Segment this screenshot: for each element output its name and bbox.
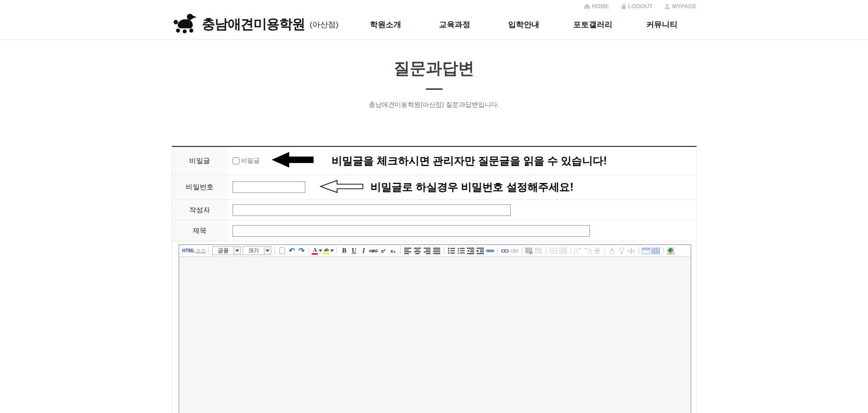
insert-column-right-button[interactable]	[583, 246, 592, 256]
password-row-label: 비밀번호	[172, 175, 227, 199]
image-tree-icon	[667, 247, 675, 255]
indent-button[interactable]	[476, 246, 485, 256]
superscript-button[interactable]: x²	[379, 246, 388, 256]
insert-image-button[interactable]	[666, 246, 675, 256]
delete-column-button[interactable]	[593, 246, 602, 256]
outline-left-arrow-icon	[320, 179, 363, 196]
edit-table-button[interactable]	[525, 246, 534, 256]
align-justify-button[interactable]	[432, 246, 441, 256]
site-logo[interactable]: 충남애견미용학원 (아산점)	[172, 12, 338, 36]
text-color-icon: A	[312, 247, 318, 255]
toolbar-separator	[605, 247, 605, 254]
toolbar-separator	[571, 247, 571, 254]
insert-column-left-button[interactable]	[574, 246, 583, 256]
new-document-button[interactable]	[278, 246, 286, 256]
horizontal-rule-icon	[486, 250, 494, 252]
align-left-button[interactable]	[403, 246, 412, 256]
mypage-link[interactable]: MYPAGE	[664, 3, 696, 10]
font-size-select[interactable]: 크기	[243, 246, 271, 255]
undo-button[interactable]: ↶	[287, 246, 296, 256]
outdent-icon	[467, 248, 474, 254]
undo-icon: ↶	[289, 247, 295, 255]
toolbar-separator	[522, 247, 522, 254]
site-header: 충남애견미용학원 (아산점) 학원소개 교육과정 입학안내 포토갤러리 커뮤니티	[172, 10, 697, 39]
home-link[interactable]: HOME	[584, 3, 609, 10]
link-icon	[501, 249, 509, 253]
nav-item-photo-gallery[interactable]: 포토갤러리	[559, 19, 628, 30]
table-grid-icon	[652, 248, 660, 254]
remove-link-button[interactable]	[510, 246, 519, 256]
ordered-list-button[interactable]	[447, 246, 456, 256]
html-source-button[interactable]: HTML 소스	[182, 246, 206, 256]
merge-cells-icon	[550, 248, 557, 254]
toolbar-separator	[274, 247, 275, 254]
logout-link[interactable]: LOGOUT	[621, 3, 652, 10]
editor-content-area[interactable]	[179, 257, 691, 413]
nav-item-curriculum[interactable]: 교육과정	[420, 19, 489, 30]
align-justify-icon	[433, 248, 440, 254]
password-input[interactable]	[233, 181, 305, 193]
title-row-label: 제목	[172, 221, 227, 241]
merge-cells-button[interactable]	[549, 246, 558, 256]
bold-button[interactable]: B	[340, 246, 349, 256]
bullet-list-button[interactable]	[457, 246, 466, 256]
insert-table-button[interactable]	[642, 246, 651, 256]
writer-row-content	[227, 204, 696, 216]
toolbar-separator	[546, 247, 547, 254]
insert-link-button[interactable]	[501, 246, 509, 256]
font-family-select[interactable]: 글꼴	[212, 246, 241, 255]
align-right-button[interactable]	[423, 246, 431, 256]
html-source-button-text-label: 소스	[196, 247, 206, 254]
nav-item-community[interactable]: 커뮤니티	[628, 19, 697, 30]
redo-button[interactable]: ↷	[297, 246, 306, 256]
title-input[interactable]	[233, 225, 590, 237]
bullet-list-icon	[458, 248, 465, 254]
nav-item-academy-intro[interactable]: 학원소개	[351, 19, 420, 30]
writer-input[interactable]	[233, 204, 511, 216]
text-color-button[interactable]: A	[312, 246, 322, 256]
align-center-icon	[414, 248, 421, 254]
italic-button[interactable]: I	[359, 246, 368, 256]
subscript-button[interactable]: x₂	[389, 246, 397, 256]
lock-icon	[621, 4, 626, 9]
qa-write-form: 비밀글 비밀글 비밀글을 체크하시면 관리자만 질문글을 읽을 수 있습니다! …	[172, 146, 697, 413]
align-center-button[interactable]	[413, 246, 422, 256]
writer-row: 작성자	[172, 200, 696, 221]
toolbar-separator	[639, 247, 639, 254]
title-row: 제목	[172, 221, 696, 241]
split-cells-button[interactable]	[559, 246, 568, 256]
secret-row: 비밀글 비밀글 비밀글을 체크하시면 관리자만 질문글을 읽을 수 있습니다!	[172, 147, 696, 175]
insert-row-above-button[interactable]	[608, 246, 617, 256]
insert-row-below-button[interactable]	[618, 246, 626, 256]
horizontal-rule-button[interactable]	[486, 246, 495, 256]
font-family-select-label: 글꼴	[212, 246, 234, 255]
chevron-down-icon	[330, 250, 334, 252]
toolbar-separator	[663, 247, 664, 254]
insert-column-left-icon	[574, 248, 582, 254]
delete-row-icon	[628, 248, 635, 254]
secret-note-text: 비밀글을 체크하시면 관리자만 질문글을 읽을 수 있습니다!	[332, 154, 607, 168]
underline-button[interactable]: U	[350, 246, 358, 256]
editor-toolbar: HTML 소스 글꼴 크기 ↶ ↷	[179, 245, 691, 257]
insert-row-below-icon	[618, 248, 625, 254]
highlight-color-button[interactable]: ab	[323, 246, 334, 256]
table-properties-button[interactable]	[652, 246, 660, 256]
wysiwyg-editor: HTML 소스 글꼴 크기 ↶ ↷	[179, 244, 691, 413]
indent-icon	[477, 248, 484, 254]
unlink-icon	[511, 249, 518, 253]
outdent-button[interactable]	[466, 246, 475, 256]
chevron-down-icon	[319, 250, 322, 252]
select-table-button[interactable]	[535, 246, 543, 256]
main-nav: 학원소개 교육과정 입학안내 포토갤러리 커뮤니티	[351, 19, 697, 30]
delete-row-button[interactable]	[627, 246, 636, 256]
toolbar-separator	[497, 247, 498, 254]
page-title: 질문과답변	[172, 58, 697, 79]
nav-item-admission[interactable]: 입학안내	[489, 19, 559, 30]
secret-checkbox[interactable]	[233, 157, 239, 164]
secret-checkbox-label[interactable]: 비밀글	[241, 157, 260, 165]
password-row: 비밀번호 비밀글로 하실경우 비밀번호 설정해주세요!	[172, 175, 696, 200]
new-document-icon	[280, 247, 285, 254]
strikethrough-button[interactable]: ABC	[369, 246, 378, 256]
writer-row-label: 작성자	[172, 200, 227, 220]
user-icon	[664, 4, 670, 9]
